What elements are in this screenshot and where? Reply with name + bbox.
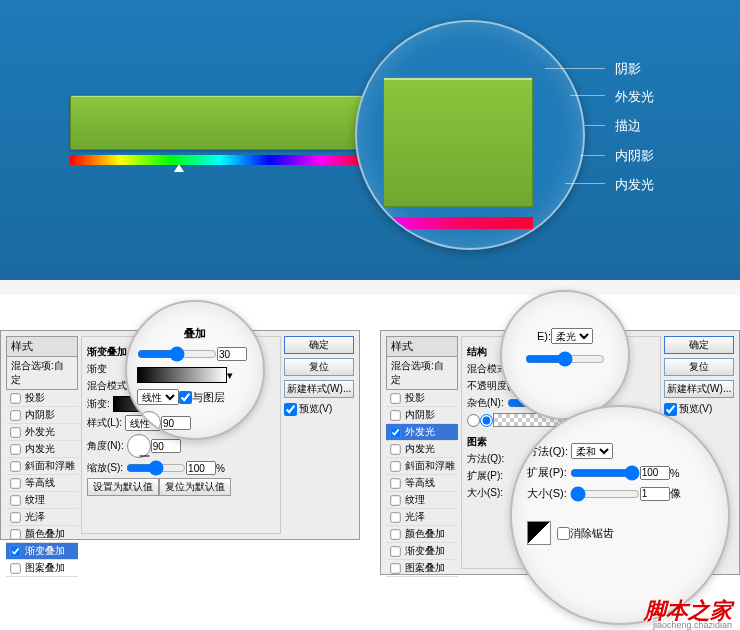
lens1-align-check[interactable] xyxy=(179,391,192,404)
cancel-button[interactable]: 复位 xyxy=(284,358,354,376)
style-checkbox[interactable] xyxy=(10,427,20,437)
lens3-size-label: 大小(S): xyxy=(527,486,567,501)
style-checkbox[interactable] xyxy=(10,478,20,488)
section-title: 结构 xyxy=(467,345,487,359)
style-checkbox[interactable] xyxy=(10,410,20,420)
style-item-7[interactable]: 光泽 xyxy=(386,509,458,526)
style-item-5[interactable]: 等高线 xyxy=(6,475,78,492)
cancel-button[interactable]: 复位 xyxy=(664,358,734,376)
style-item-3[interactable]: 内发光 xyxy=(386,441,458,458)
style-label: 内阴影 xyxy=(25,408,55,422)
color-radio[interactable] xyxy=(467,414,480,427)
lens3-spread-input[interactable] xyxy=(640,466,670,480)
style-checkbox[interactable] xyxy=(390,512,400,522)
style-item-5[interactable]: 等高线 xyxy=(386,475,458,492)
lens3-tech-label: 方法(Q): xyxy=(527,444,568,459)
lens1-angle[interactable] xyxy=(161,416,191,430)
style-checkbox[interactable] xyxy=(390,478,400,488)
spectrum-marker[interactable] xyxy=(174,164,184,172)
magnifier-lens xyxy=(355,20,585,250)
style-item-0[interactable]: 投影 xyxy=(386,390,458,407)
style-item-0[interactable]: 投影 xyxy=(6,390,78,407)
style-item-10[interactable]: 图案叠加 xyxy=(6,560,78,577)
lens3-spread-slider[interactable] xyxy=(570,468,640,478)
lens1-gradient[interactable] xyxy=(137,367,227,383)
style-checkbox[interactable] xyxy=(390,546,400,556)
style-item-7[interactable]: 光泽 xyxy=(6,509,78,526)
preview-checkbox-row[interactable]: 预览(V) xyxy=(664,402,736,416)
angle-input[interactable] xyxy=(151,439,181,453)
style-item-6[interactable]: 纹理 xyxy=(6,492,78,509)
style-item-3[interactable]: 内发光 xyxy=(6,441,78,458)
set-default-button[interactable]: 设置为默认值 xyxy=(87,478,159,496)
lens2-slider[interactable] xyxy=(525,354,605,364)
lens3-size-slider[interactable] xyxy=(570,489,640,499)
style-checkbox[interactable] xyxy=(390,427,400,437)
style-item-10[interactable]: 图案叠加 xyxy=(386,560,458,577)
style-item-8[interactable]: 颜色叠加 xyxy=(6,526,78,543)
angle-dial[interactable] xyxy=(127,434,151,458)
style-checkbox[interactable] xyxy=(390,563,400,573)
style-checkbox[interactable] xyxy=(10,546,20,556)
preview-checkbox[interactable] xyxy=(284,403,297,416)
lens1-style-select[interactable]: 线性 xyxy=(137,389,179,405)
style-checkbox[interactable] xyxy=(10,529,20,539)
lens1-slider[interactable] xyxy=(137,349,217,359)
blend-options-label[interactable]: 混合选项:自定 xyxy=(6,357,78,390)
style-label: 光泽 xyxy=(25,510,45,524)
scale-label: 缩放(S): xyxy=(87,461,123,475)
style-label: 图案叠加 xyxy=(405,561,445,575)
blend-options-label[interactable]: 混合选项:自定 xyxy=(386,357,458,390)
style-item-1[interactable]: 内阴影 xyxy=(6,407,78,424)
style-item-6[interactable]: 纹理 xyxy=(386,492,458,509)
style-item-4[interactable]: 斜面和浮雕 xyxy=(6,458,78,475)
button-column: 确定 复位 新建样式(W)... 预览(V) xyxy=(664,336,736,416)
gradient-radio[interactable] xyxy=(480,414,493,427)
style-checkbox[interactable] xyxy=(390,393,400,403)
ok-button[interactable]: 确定 xyxy=(284,336,354,354)
style-checkbox[interactable] xyxy=(10,563,20,573)
style-item-8[interactable]: 颜色叠加 xyxy=(386,526,458,543)
style-item-9[interactable]: 渐变叠加 xyxy=(6,543,78,560)
style-label: 光泽 xyxy=(405,510,425,524)
section-title: 渐变叠加 xyxy=(87,345,127,359)
gradient-label: 渐变: xyxy=(87,397,110,411)
style-checkbox[interactable] xyxy=(390,529,400,539)
preview-checkbox[interactable] xyxy=(664,403,677,416)
style-checkbox[interactable] xyxy=(10,444,20,454)
magnified-spectrum xyxy=(383,217,533,229)
style-item-1[interactable]: 内阴影 xyxy=(386,407,458,424)
scale-slider[interactable] xyxy=(126,463,186,473)
style-checkbox[interactable] xyxy=(390,461,400,471)
style-checkbox[interactable] xyxy=(10,393,20,403)
style-checkbox[interactable] xyxy=(10,512,20,522)
anno-line xyxy=(545,68,605,69)
lens1-value[interactable] xyxy=(217,347,247,361)
antialias-checkbox[interactable] xyxy=(557,527,570,540)
new-style-button[interactable]: 新建样式(W)... xyxy=(664,380,734,398)
style-item-4[interactable]: 斜面和浮雕 xyxy=(386,458,458,475)
lens2-mode-select[interactable]: 柔光 xyxy=(551,328,593,344)
lens3-size-input[interactable] xyxy=(640,487,670,501)
lens3-tech-select[interactable]: 柔和 xyxy=(571,443,613,459)
style-item-9[interactable]: 渐变叠加 xyxy=(386,543,458,560)
contour-swatch[interactable] xyxy=(527,521,551,545)
anno-line xyxy=(570,95,605,96)
style-checkbox[interactable] xyxy=(390,495,400,505)
new-style-button[interactable]: 新建样式(W)... xyxy=(284,380,354,398)
anno-line xyxy=(585,125,605,126)
scale-input[interactable] xyxy=(186,461,216,475)
reset-default-button[interactable]: 复位为默认值 xyxy=(159,478,231,496)
preview-checkbox-row[interactable]: 预览(V) xyxy=(284,402,356,416)
style-item-2[interactable]: 外发光 xyxy=(6,424,78,441)
style-checkbox[interactable] xyxy=(10,495,20,505)
styles-title: 样式 xyxy=(6,336,78,357)
style-label: 纹理 xyxy=(405,493,425,507)
style-item-2[interactable]: 外发光 xyxy=(386,424,458,441)
ok-button[interactable]: 确定 xyxy=(664,336,734,354)
style-checkbox[interactable] xyxy=(390,410,400,420)
style-checkbox[interactable] xyxy=(390,444,400,454)
styles-title: 样式 xyxy=(386,336,458,357)
style-checkbox[interactable] xyxy=(10,461,20,471)
anno-stroke: 描边 xyxy=(615,117,641,135)
